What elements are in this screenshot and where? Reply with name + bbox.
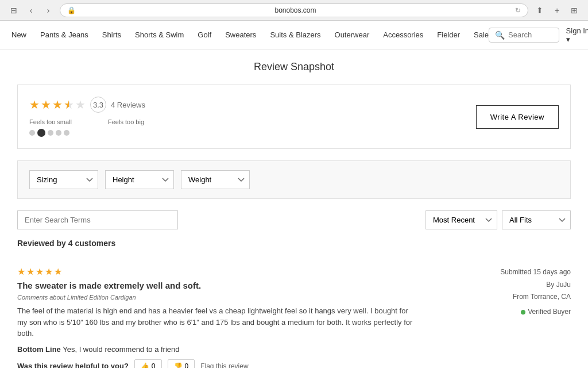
- from-value-1: Torrance, CA: [531, 293, 571, 301]
- fit-dot-3: [48, 130, 53, 136]
- review-layout-1: ★ ★ ★ ★ ★ The sweater is made extremely …: [17, 266, 571, 368]
- fit-labels: Feels too small Feels too big: [29, 118, 144, 125]
- nav-link-new[interactable]: New: [11, 30, 26, 39]
- review-snapshot-title: Review Snapshot: [17, 61, 571, 73]
- url-bar[interactable]: 🔒 bonobos.com ↻: [60, 3, 528, 17]
- nav-link-fielder[interactable]: Fielder: [437, 30, 460, 39]
- share-button[interactable]: ⬆: [533, 3, 547, 17]
- nav-link-sale[interactable]: Sale: [474, 30, 489, 39]
- from-label-1: From: [513, 293, 529, 301]
- helpful-yes-button-1[interactable]: 👍 0: [134, 359, 162, 369]
- thumbs-up-icon-1: 👍: [141, 362, 149, 369]
- thumbs-down-icon-1: 👎: [174, 362, 183, 369]
- height-filter[interactable]: Height: [105, 170, 174, 189]
- url-text: bonobos.com: [79, 6, 512, 14]
- review-product-label-1: Comments about Limited Edition Cardigan: [17, 294, 456, 301]
- r1-star-4: ★: [45, 266, 53, 277]
- sign-in-button[interactable]: Sign In ▾: [566, 26, 588, 44]
- review-body-1: The feel of the material is high end and…: [17, 305, 419, 339]
- nav-links: New Pants & Jeans Shirts Shorts & Swim G…: [11, 30, 489, 39]
- browser-actions: ⬆ + ⊞: [533, 3, 581, 17]
- grid-button[interactable]: ⊞: [567, 3, 581, 17]
- star-3: ★: [52, 98, 63, 112]
- review-by-1: By JuJu: [456, 279, 571, 292]
- helpful-yes-count-1: 0: [152, 362, 156, 369]
- star-5: ★: [75, 98, 86, 112]
- review-count: 4 Reviews: [111, 101, 145, 109]
- helpful-no-button-1[interactable]: 👎 0: [168, 359, 195, 369]
- fit-label-big: Feels too big: [108, 118, 144, 125]
- bottom-line-value-1: Yes, I would recommend to a friend: [63, 345, 179, 354]
- browser-chrome: ⊟ ‹ › 🔒 bonobos.com ↻ ⬆ + ⊞: [0, 0, 588, 21]
- back-button[interactable]: ‹: [24, 3, 38, 17]
- nav-link-golf[interactable]: Golf: [198, 30, 211, 39]
- nav-link-suits-blazers[interactable]: Suits & Blazers: [270, 30, 320, 39]
- by-value-1: JuJu: [556, 281, 571, 289]
- review-right-1: Submitted 15 days ago By JuJu From Torra…: [456, 266, 571, 318]
- rating-left: ★ ★ ★ ★★ ★ 3.3 4 Reviews Feels too small…: [29, 97, 145, 137]
- by-label-1: By: [546, 281, 554, 289]
- sort-select[interactable]: Most Recent Oldest Highest Rated Lowest …: [425, 210, 497, 229]
- review-from-1: From Torrance, CA: [456, 291, 571, 304]
- nav-link-sweaters[interactable]: Sweaters: [225, 30, 256, 39]
- sort-row: Most Recent Oldest Highest Rated Lowest …: [425, 210, 571, 229]
- nav-search-bar[interactable]: 🔍: [489, 28, 559, 43]
- write-review-button[interactable]: Write A Review: [476, 105, 559, 129]
- bottom-line-label-1: Bottom Line: [17, 345, 61, 354]
- fit-dot-1: [29, 130, 35, 136]
- helpful-row-1: Was this review helpful to you? 👍 0 👎 0 …: [17, 359, 456, 369]
- site-nav: New Pants & Jeans Shirts Shorts & Swim G…: [0, 21, 588, 49]
- fit-bar: [29, 129, 144, 137]
- add-tab-button[interactable]: +: [550, 3, 564, 17]
- review-search-input[interactable]: [17, 210, 178, 229]
- review-title-1: The sweater is made extremely well and s…: [17, 281, 456, 290]
- verified-badge-1: Verified Buyer: [456, 306, 571, 319]
- review-left-1: ★ ★ ★ ★ ★ The sweater is made extremely …: [17, 266, 456, 368]
- nav-search-input[interactable]: [508, 30, 553, 39]
- snapshot-area: ★ ★ ★ ★★ ★ 3.3 4 Reviews Feels too small…: [17, 85, 571, 149]
- stars-display: ★ ★ ★ ★★ ★: [29, 98, 86, 112]
- review-item-1: ★ ★ ★ ★ ★ The sweater is made extremely …: [17, 257, 571, 368]
- forward-button[interactable]: ›: [41, 3, 55, 17]
- helpful-no-count-1: 0: [185, 362, 189, 369]
- r1-star-3: ★: [36, 266, 44, 277]
- nav-link-shorts-swim[interactable]: Shorts & Swim: [135, 30, 184, 39]
- main-content: Review Snapshot ★ ★ ★ ★★ ★ 3.3 4 Reviews: [0, 49, 588, 368]
- flag-review-button-1[interactable]: Flag this review: [200, 362, 248, 369]
- review-bottom-line-1: Bottom Line Yes, I would recommend to a …: [17, 345, 456, 354]
- refresh-icon[interactable]: ↻: [515, 6, 521, 14]
- star-4: ★★: [64, 98, 74, 112]
- verified-dot-1: [521, 310, 525, 315]
- nav-link-pants-jeans[interactable]: Pants & Jeans: [40, 30, 88, 39]
- browser-controls: ⊟ ‹ ›: [7, 3, 55, 17]
- fit-dot-2: [37, 129, 45, 137]
- weight-filter[interactable]: Weight: [181, 170, 250, 189]
- review-submitted-1: Submitted 15 days ago: [456, 266, 571, 279]
- fit-dots: [29, 129, 144, 137]
- nav-link-shirts[interactable]: Shirts: [102, 30, 121, 39]
- nav-link-outerwear[interactable]: Outerwear: [335, 30, 370, 39]
- tab-menu-button[interactable]: ⊟: [7, 3, 21, 17]
- nav-right: 🔍 Sign In ▾ 🛒: [489, 26, 588, 44]
- stars-row: ★ ★ ★ ★★ ★ 3.3 4 Reviews: [29, 97, 145, 113]
- fit-filter-select[interactable]: All Fits True to Size Runs Small Runs La…: [502, 210, 571, 229]
- fit-label-small: Feels too small: [29, 118, 72, 125]
- star-1: ★: [29, 98, 40, 112]
- security-icon: 🔒: [67, 6, 76, 14]
- r1-star-5: ★: [54, 266, 62, 277]
- star-2: ★: [41, 98, 51, 112]
- rating-number: 3.3: [90, 97, 106, 113]
- helpful-label-1: Was this review helpful to you?: [17, 362, 129, 368]
- review-stars-1: ★ ★ ★ ★ ★: [17, 266, 456, 277]
- sizing-filter[interactable]: Sizing: [29, 170, 98, 189]
- fit-dot-4: [56, 130, 61, 136]
- r1-star-2: ★: [26, 266, 34, 277]
- nav-link-accessories[interactable]: Accessories: [383, 30, 423, 39]
- verified-label-1: Verified Buyer: [528, 306, 571, 319]
- search-sort-row: Most Recent Oldest Highest Rated Lowest …: [17, 210, 571, 229]
- submitted-value-1: 15 days ago: [533, 268, 571, 276]
- fit-dot-5: [64, 130, 69, 136]
- search-icon: 🔍: [495, 30, 505, 40]
- filters-bar: Sizing Height Weight: [17, 160, 571, 199]
- reviewed-by-label: Reviewed by 4 customers: [17, 239, 571, 248]
